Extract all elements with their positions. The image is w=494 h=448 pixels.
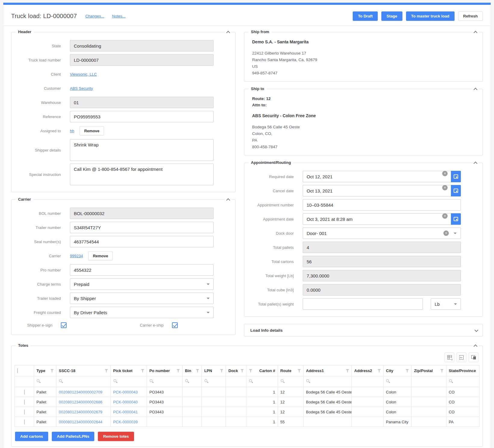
charge-terms-select[interactable]: Prepaid: [70, 278, 214, 290]
filter-cell-city[interactable]: [383, 376, 411, 387]
appointment-date-field[interactable]: [303, 213, 451, 225]
column-header-pick-ticket[interactable]: Pick ticket: [111, 365, 147, 376]
filter-icon[interactable]: [141, 369, 144, 372]
calendar-icon[interactable]: [451, 171, 461, 182]
row-checkbox[interactable]: [24, 409, 25, 415]
refresh-button[interactable]: Refresh: [458, 11, 483, 21]
column-header-lpn[interactable]: LPN: [202, 365, 226, 376]
customer-link[interactable]: ABS Security: [70, 86, 93, 91]
filter-icon[interactable]: [50, 369, 54, 372]
filter-icon[interactable]: [405, 369, 409, 372]
pro-number-field[interactable]: [70, 264, 214, 276]
filter-cell-po-number[interactable]: [147, 376, 182, 387]
column-chooser-icon[interactable]: [469, 352, 478, 362]
filter-icon[interactable]: [220, 369, 223, 372]
pick-ticket-link[interactable]: PCK-0000043: [113, 390, 138, 394]
weight-unit-select[interactable]: Lb: [431, 298, 461, 310]
filter-cell-sscc18[interactable]: [56, 376, 111, 387]
filter-cell-address1[interactable]: [303, 376, 352, 387]
filter-cell-route[interactable]: [278, 376, 303, 387]
export-xlsx-icon[interactable]: [457, 352, 466, 362]
to-draft-button[interactable]: To Draft: [353, 11, 378, 21]
clear-icon[interactable]: ×: [442, 171, 448, 176]
sscc-link[interactable]: 00208012340000002679: [59, 410, 102, 414]
required-date-field[interactable]: [303, 171, 451, 182]
sscc-link[interactable]: 00208012340000002709: [59, 390, 102, 394]
calendar-icon[interactable]: [451, 213, 461, 225]
carrier-remove-button[interactable]: Remove: [88, 251, 113, 260]
add-pallets-lpns-button[interactable]: Add Pallets/LPNs: [52, 432, 95, 441]
totes-collapse-button[interactable]: [472, 343, 479, 349]
column-header-dock[interactable]: Dock: [226, 365, 246, 376]
trailer-loaded-select[interactable]: By Shipper: [70, 293, 214, 304]
column-header-route[interactable]: Route: [278, 365, 303, 376]
carrier-collapse-button[interactable]: [225, 197, 232, 203]
column-header-po-number[interactable]: Po number: [147, 365, 182, 376]
column-header-sscc18[interactable]: SSCC-18: [56, 365, 111, 376]
filter-cell-pick-ticket[interactable]: [111, 376, 147, 387]
filter-cell-lpn[interactable]: [202, 376, 226, 387]
assigned-to-remove-button[interactable]: Remove: [80, 126, 104, 135]
total-pallet-weight-field[interactable]: [303, 298, 423, 310]
appointment-number-field[interactable]: [303, 199, 461, 211]
filter-cell-dock[interactable]: [226, 376, 246, 387]
changes-link[interactable]: Changes...: [85, 14, 104, 18]
client-link[interactable]: Viewsonic, LLC: [70, 72, 97, 77]
calendar-icon[interactable]: [451, 185, 461, 196]
clear-icon[interactable]: ×: [443, 230, 449, 236]
appointment-collapse-button[interactable]: [472, 161, 479, 166]
filter-cell-type[interactable]: [34, 376, 56, 387]
carrier-eship-checkbox[interactable]: [172, 322, 178, 328]
filter-cell-carton[interactable]: [246, 376, 278, 387]
seal-numbers-field[interactable]: [70, 236, 214, 247]
column-header-city[interactable]: City: [383, 365, 411, 376]
column-header-zip-postal[interactable]: Zip/Postal: [411, 365, 446, 376]
load-info-panel[interactable]: Load Info details: [244, 324, 483, 337]
special-instruction-field[interactable]: Call Kim @ 1-800-854-8567 for appointmen…: [70, 164, 214, 185]
ship-from-collapse-button[interactable]: [472, 30, 479, 35]
shipper-esign-checkbox[interactable]: [61, 322, 67, 328]
filter-icon[interactable]: [105, 369, 108, 372]
export-selected-icon[interactable]: [445, 352, 454, 362]
filter-cell-address2[interactable]: [352, 376, 383, 387]
shipper-details-field[interactable]: Shrink Wrap: [70, 139, 214, 161]
row-checkbox[interactable]: [24, 399, 25, 405]
filter-icon[interactable]: [177, 369, 180, 372]
add-cartons-button[interactable]: Add cartons: [15, 432, 48, 441]
clear-icon[interactable]: ×: [442, 185, 448, 190]
clear-icon[interactable]: ×: [442, 213, 448, 219]
chevron-down-icon[interactable]: [454, 233, 457, 234]
filter-cell-state-province[interactable]: [446, 376, 479, 387]
sscc-link[interactable]: 00208012340000002686: [59, 400, 102, 404]
header-collapse-button[interactable]: [225, 30, 232, 35]
notes-link[interactable]: Notes...: [112, 14, 126, 18]
freight-counted-select[interactable]: By Driver Pallets: [70, 307, 214, 318]
row-checkbox[interactable]: [24, 390, 25, 395]
pick-ticket-link[interactable]: PCK-0000040: [113, 400, 138, 404]
select-all-checkbox[interactable]: [17, 368, 18, 373]
pick-ticket-link[interactable]: PCK-0000041: [113, 410, 138, 414]
stage-button[interactable]: Stage: [381, 11, 402, 21]
carrier-link[interactable]: 999234: [70, 254, 83, 258]
dock-door-select[interactable]: [303, 227, 461, 239]
assigned-to-link[interactable]: hh: [70, 129, 74, 133]
filter-icon[interactable]: [196, 369, 199, 372]
filter-icon[interactable]: [249, 369, 252, 372]
filter-icon[interactable]: [298, 369, 301, 372]
row-checkbox[interactable]: [24, 419, 25, 425]
filter-icon[interactable]: [440, 369, 444, 372]
sscc-link[interactable]: 00008012340000002644: [59, 420, 102, 424]
column-header-carton[interactable]: Carton #: [246, 365, 278, 376]
ship-to-collapse-button[interactable]: [472, 87, 479, 92]
filter-icon[interactable]: [377, 369, 381, 372]
filter-cell-zip-postal[interactable]: [411, 376, 446, 387]
column-header-address1[interactable]: Address1: [303, 365, 352, 376]
filter-icon[interactable]: [240, 369, 244, 372]
reference-field[interactable]: [70, 111, 214, 122]
column-header-state-province[interactable]: State/Province: [446, 365, 479, 376]
column-header-bin[interactable]: Bin: [183, 365, 202, 376]
column-header-type[interactable]: Type: [34, 365, 56, 376]
filter-icon[interactable]: [346, 369, 349, 372]
filter-cell-bin[interactable]: [183, 376, 202, 387]
remove-totes-button[interactable]: Remove totes: [98, 432, 134, 441]
